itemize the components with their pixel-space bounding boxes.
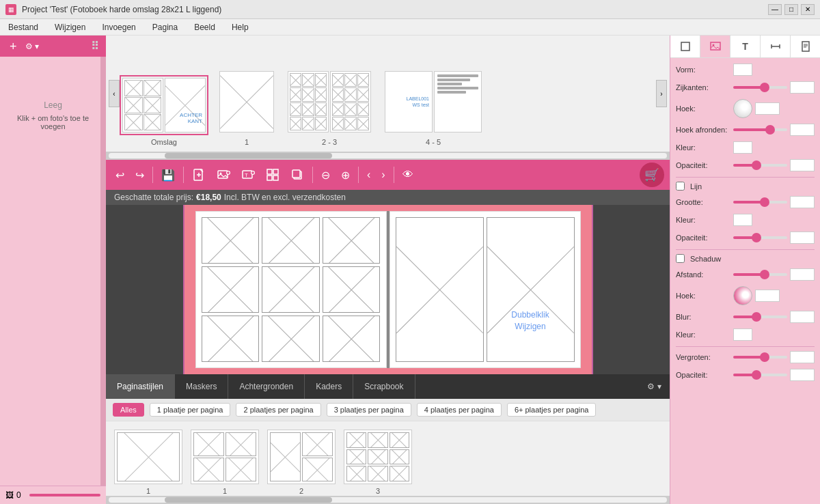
menu-wijzigen[interactable]: Wijzigen [52,21,88,33]
filter-alles[interactable]: Alles [113,403,144,417]
prop-slider-afstand[interactable] [733,273,787,276]
window-controls[interactable]: — □ ✕ [768,4,815,15]
style-item-3[interactable]: 2 [267,430,336,495]
tab-scrapbook[interactable]: Scrapbook [353,374,415,399]
thumb-scrollbar[interactable] [106,152,670,160]
thumb-pages45[interactable]: LABEL001WS test 4 - 5 [382,68,484,146]
cart-button[interactable]: 🛒 [640,163,664,187]
prop-swatch-kleur2[interactable] [733,214,752,226]
close-button[interactable]: ✕ [801,4,815,15]
style-thumb-3[interactable] [267,430,336,484]
prop-slider-handle-opaciteit3[interactable] [752,370,761,380]
filter-1plaatje[interactable]: 1 plaatje per pagina [150,403,231,417]
prop-slider-opaciteit2[interactable] [733,236,787,239]
right-icon-shape[interactable] [670,36,700,57]
thumb-omslag[interactable]: ACHTERKANT Omslag [120,75,208,146]
prop-checkbox-schaduw[interactable] [676,254,685,263]
prop-slider-grootte[interactable] [733,201,787,204]
tab-paginastijlen[interactable]: Paginastijlen [106,374,175,399]
prop-slider-zijkanten[interactable] [733,86,787,89]
book-page-left[interactable] [195,211,387,368]
page-cell[interactable] [323,217,381,264]
filter-3plaatjes[interactable]: 3 plaatjes per pagina [327,403,411,417]
save-button[interactable]: 💾 [157,166,179,184]
prop-slider-handle-hoek-afronden[interactable] [765,125,775,135]
prop-input-hoek-afronden[interactable] [790,124,815,136]
undo-button[interactable]: ↩ [111,166,128,184]
right-icon-text[interactable]: T [730,36,761,57]
page-large-cell-left[interactable] [396,217,484,362]
add-photo-button[interactable] [213,165,234,184]
sidebar-footer-slider[interactable] [29,494,100,496]
prop-input-hoek2[interactable] [755,290,780,302]
right-icon-page[interactable] [791,36,820,57]
page-cell[interactable] [323,316,381,362]
style-scrollbar-thumb[interactable] [165,497,332,503]
style-item-1[interactable]: 1 [114,430,182,495]
prop-circle-hoek[interactable] [733,99,752,118]
page-cell[interactable] [323,266,381,313]
prop-swatch-vorm[interactable] [733,64,752,76]
menu-bestand[interactable]: Bestand [5,21,41,33]
tab-achtergronden[interactable]: Achtergronden [228,374,305,399]
prop-slider-handle-opaciteit1[interactable] [752,160,761,170]
tab-maskers[interactable]: Maskers [175,374,228,399]
right-icon-measure[interactable] [761,36,791,57]
prop-slider-handle-blur[interactable] [752,312,761,322]
menu-invoegen[interactable]: Invoegen [99,21,138,33]
menu-help[interactable]: Help [229,21,251,33]
thumb-pages23[interactable]: 2 - 3 [285,68,374,146]
prop-slider-handle-grootte[interactable] [760,197,769,207]
redo-button[interactable]: ↪ [131,166,148,184]
prop-slider-opaciteit3[interactable] [733,374,787,376]
page-cell[interactable] [202,266,260,313]
prop-input-opaciteit3[interactable] [790,369,815,381]
prop-swatch-kleur1[interactable] [733,141,752,154]
thumb-page1[interactable]: 1 [217,68,277,146]
prop-slider-handle-vergroten[interactable] [760,352,769,362]
page-cell[interactable] [262,266,320,313]
tab-kaders[interactable]: Kaders [305,374,353,399]
prop-input-vergroten[interactable] [790,351,815,363]
prop-checkbox-lijn[interactable] [676,182,685,191]
prop-input-grootte[interactable] [790,196,815,208]
minimize-button[interactable]: — [768,4,782,15]
thumb-scrollbar-thumb[interactable] [165,153,332,158]
maximize-button[interactable]: □ [784,4,798,15]
prop-slider-hoek-afronden[interactable] [733,128,787,131]
thumb-container-23[interactable] [285,68,374,135]
canvas-area[interactable]: Dubbelklik Wijzigen [106,205,670,374]
prev-page-button[interactable]: ‹ [363,166,374,184]
sidebar-gear-button[interactable]: ⚙ ▾ [25,42,39,51]
page-cell[interactable] [202,316,260,362]
prop-input-afstand[interactable] [790,268,815,281]
tab-settings-button[interactable]: ⚙ ▾ [639,374,670,399]
thumb-scroll-right[interactable]: › [656,80,667,107]
layout-button[interactable] [262,165,284,184]
menu-pagina[interactable]: Pagina [150,21,180,33]
prop-circle-hoek2[interactable] [733,286,752,305]
add-text-button[interactable]: T [237,165,259,184]
page-cell[interactable] [262,316,320,362]
next-page-button[interactable]: › [377,166,389,184]
sidebar-scrollbar[interactable] [100,57,106,486]
prop-swatch-kleur3[interactable] [733,328,752,341]
prop-slider-vergroten[interactable] [733,356,787,359]
duplicate-button[interactable] [286,165,308,184]
filter-6plaatjes[interactable]: 6+ plaatjes per pagina [507,403,597,417]
preview-button[interactable]: 👁 [398,166,418,184]
page-cell[interactable] [262,217,320,264]
style-thumb-2[interactable] [191,430,259,484]
style-scrollbar[interactable] [106,496,670,504]
prop-slider-handle-opaciteit2[interactable] [752,233,761,242]
page-large-cell-right[interactable]: Dubbelklik Wijzigen [487,217,575,362]
thumb-scroll-left[interactable]: ‹ [109,80,120,107]
prop-input-blur[interactable] [790,311,815,323]
prop-input-opaciteit2[interactable] [790,232,815,244]
book-page-right[interactable]: Dubbelklik Wijzigen [390,211,581,368]
prop-slider-opaciteit1[interactable] [733,164,787,167]
page-cell[interactable] [202,217,260,264]
thumb-container-1[interactable] [217,68,277,135]
prop-input-zijkanten[interactable] [790,81,815,94]
add-page-button[interactable] [188,165,210,184]
